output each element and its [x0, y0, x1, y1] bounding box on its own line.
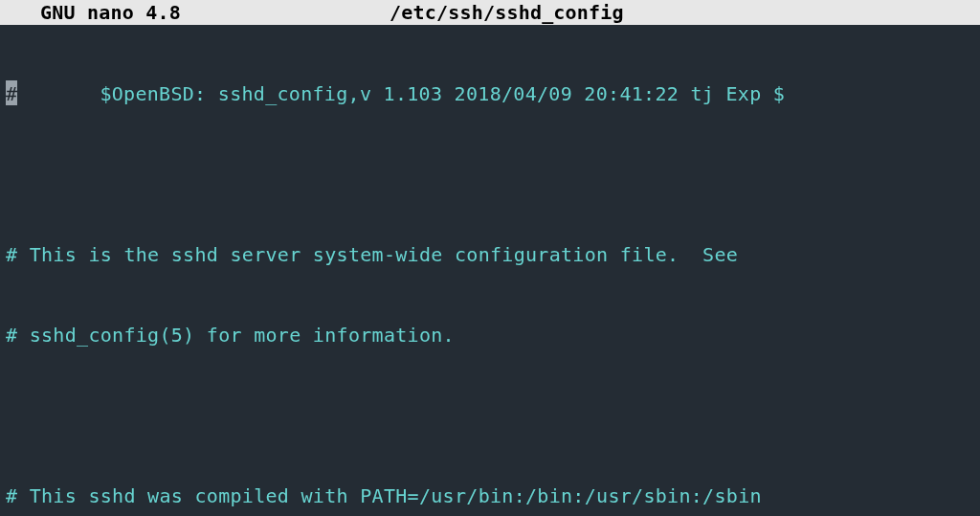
comment-text: $OpenBSD: sshd_config,v 1.103 2018/04/09…	[17, 82, 785, 105]
file-line: # sshd_config(5) for more information.	[6, 322, 974, 348]
file-line: # This sshd was compiled with PATH=/usr/…	[6, 482, 974, 509]
editor-content[interactable]: # $OpenBSD: sshd_config,v 1.103 2018/04/…	[0, 25, 980, 516]
editor-header: GNU nano 4.8 /etc/ssh/sshd_config	[0, 0, 980, 25]
file-path: /etc/ssh/sshd_config	[390, 0, 978, 26]
file-line	[6, 161, 974, 188]
file-line	[6, 402, 974, 429]
file-line: # This is the sshd server system-wide co…	[6, 241, 974, 268]
app-name: GNU nano 4.8	[2, 0, 390, 26]
file-line: # $OpenBSD: sshd_config,v 1.103 2018/04/…	[6, 80, 974, 107]
cursor: #	[6, 80, 17, 105]
